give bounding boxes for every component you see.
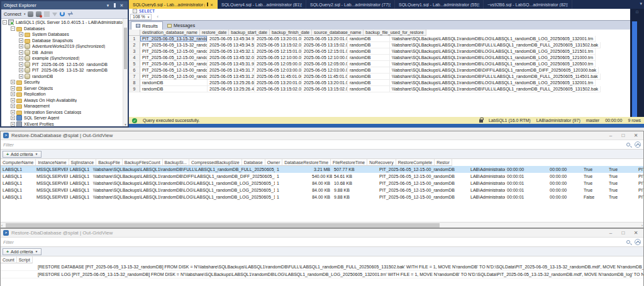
grid-cell[interactable]: PIT_2025-06-05_12-15-00_randomDB [140,67,208,74]
tree-item[interactable]: + Always On High Availability [1,97,128,104]
grid-cell[interactable]: randomDB [140,80,208,86]
expand-toggle-icon[interactable]: + [19,68,23,72]
column-header[interactable]: BackupFile [96,159,123,166]
grid-cell[interactable]: randomDB [348,74,390,80]
grid-cell[interactable]: 2025-06-05 13:45:32.117 [208,48,255,55]
grid-cell[interactable]: 2025-06-05 12:05:00.000 [255,61,302,67]
grid-cell[interactable]: randomDB [348,86,390,92]
add-criteria-button[interactable]: + Add criteria ▼ [3,151,42,158]
grid-cell[interactable]: randomDB [348,48,390,55]
grid-cell[interactable]: randomDB [348,80,390,86]
auto-refresh-icon[interactable] [67,11,73,17]
expand-toggle-icon[interactable]: + [19,38,23,43]
connect-caret-icon[interactable]: ▾ [24,12,26,16]
scrollbar-thumb[interactable] [6,223,440,228]
tree-vertical-scrollbar[interactable]: ▾ [123,19,128,126]
disconnect-icon[interactable] [36,11,42,17]
connect-button[interactable]: Connect [4,11,21,17]
grid-cell[interactable]: 2025-06-05 13:15:02.000 [302,42,348,48]
filter-icon[interactable] [52,13,57,16]
column-header[interactable]: restore_date [200,30,229,36]
tree-item[interactable]: + Management [1,103,128,109]
tree-item[interactable]: + AdventureWorks2019 (Synchronized) [1,43,128,50]
grid-cell[interactable]: \\labshare\SQLBackups\LABSQL1\randomDB\L… [390,36,596,42]
table-row[interactable]: 9 randomDB 2025-06-05 13:25:26.420 2025-… [129,86,630,92]
grid-cell[interactable]: PIT_2025-06-05_12-15-00_randomDB [140,48,208,55]
column-header[interactable]: Script [17,256,33,263]
grid-cell[interactable]: randomDB [348,67,390,74]
table-row[interactable]: 6 PIT_2025-06-05_12-15-00_randomDB 2025-… [129,67,630,74]
column-header[interactable]: backup_start_date [229,30,270,36]
horizontal-scrollbar[interactable]: ‹ › [1,222,643,228]
grid-cell[interactable]: \\labshare\SQLBackups\LABSQL1\randomDB\L… [390,61,596,67]
column-header[interactable]: destination_database_name [140,30,200,36]
tree-item[interactable]: + XEvent Profiles [1,121,128,127]
grid-cell[interactable]: \\labshare\SQLBackups\LABSQL1\randomDB\F… [390,86,601,92]
tree-item[interactable]: + example (Synchronized) [1,55,128,62]
table-row[interactable]: 3 PIT_2025-06-05_12-15-00_randomDB 2025-… [129,48,630,55]
document-tab[interactable]: ~vs92B6.sql - LabSQ...administrator (82)… [484,0,572,9]
column-header[interactable]: ComputerName [1,159,36,166]
table-row[interactable]: 2 PIT_2025-06-05_13-15-32_randomDB 2025-… [129,42,630,48]
grid-cell[interactable]: \\labshare\SQLBackups\LABSQL1\randomDB\F… [390,74,601,80]
expand-toggle-icon[interactable]: + [11,86,15,91]
expand-toggle-icon[interactable]: + [19,50,23,55]
window-titlebar[interactable]: > Restore-DbaDatabase @splat | Out-GridV… [1,229,643,238]
tree-item[interactable]: + System Databases [1,31,128,38]
grid-cell[interactable]: randomDB [348,36,390,42]
close-icon[interactable]: ✕ [631,230,641,236]
grid-cell[interactable]: randomDB [348,55,390,61]
table-row[interactable]: LABSQL1 MSSQLSERVER LABSQL1 \\labshare\S… [1,180,643,187]
grid-cell[interactable]: 2025-06-05 13:20:01.000 [302,80,348,86]
stop-icon[interactable] [44,11,50,17]
grid-cell[interactable]: randomDB [348,61,390,67]
table-row[interactable]: LABSQL1 MSSQLSERVER LABSQL1 \\labshare\S… [1,166,643,173]
grid-cell[interactable]: 2025-06-05 13:45:31.953 [208,61,255,67]
expand-toggle-icon[interactable]: + [11,98,15,102]
tree-item[interactable]: + DB_Admin [1,50,128,56]
column-header[interactable]: NoRecovery [367,159,396,166]
tab-pin-icon[interactable] [207,3,208,6]
grid-cell[interactable]: \\labshare\SQLBackups\LABSQL1\randomDB\D… [390,67,599,74]
grid-cell[interactable]: 2025-06-05 13:25:26.420 [208,86,255,92]
document-tab[interactable]: SQLQuery2.sql - Lab...administrator (77)… [306,0,395,9]
row-number-cell[interactable]: 5 [129,61,140,67]
expand-toggle-icon[interactable]: + [19,56,23,60]
grid-cell[interactable]: 2025-06-05 12:03:00.000 [255,67,302,74]
grid-cell[interactable]: 2025-06-05 13:15:02.000 [255,42,302,48]
tree-item[interactable]: + Replication [1,91,128,97]
table-row[interactable]: 7 PIT_2025-06-05_12-15-00_randomDB 2025-… [129,74,630,80]
grid-cell[interactable]: 2025-06-05 13:20:01.000 [255,80,302,86]
document-tab[interactable]: SQLQuery1.sql - Lab...administrator (55)… [395,0,484,9]
grid-cell[interactable]: \\labshare\SQLBackups\LABSQL1\randomDB\L… [390,55,596,61]
tab-messages[interactable]: Messages [163,21,199,30]
connect-object-explorer-icon[interactable] [28,11,33,17]
table-row[interactable]: 8 randomDB 2025-06-05 13:25:26.690 2025-… [129,80,630,86]
scrollbar-thumb[interactable] [632,21,637,117]
grid-cell[interactable]: 2025-06-05 13:45:32.043 [208,55,255,61]
sql-editor[interactable]: − SELECT [129,9,644,13]
tree-item[interactable]: + PIT_2025-06-05_13-15-32_randomDB [1,67,128,74]
expand-toggle-icon[interactable]: + [19,62,23,67]
column-header[interactable]: Database [242,159,265,166]
grid-cell[interactable]: 2025-06-05 12:10:00.000 [255,55,302,61]
tab-close-icon[interactable]: ✕ [210,3,213,7]
row-number-header[interactable] [129,30,140,36]
table-row[interactable]: 4 PIT_2025-06-05_12-15-00_randomDB 2025-… [129,55,630,61]
expand-toggle-icon[interactable]: − [11,26,15,31]
maximize-icon[interactable]: □ [618,230,628,236]
row-number-cell[interactable]: 4 [129,55,140,61]
close-icon[interactable]: ✕ [631,133,641,138]
close-icon[interactable]: ✕ [118,3,125,8]
tree-item[interactable]: − Databases [1,26,128,32]
expand-toggle-icon[interactable]: + [19,32,23,36]
grid-cell[interactable]: \\labshare\SQLBackups\LABSQL1\randomDB\L… [390,80,596,86]
grid-cell[interactable]: 2025-06-05 12:03:00.000 [302,67,348,74]
grid-cell[interactable]: PIT_2025-06-05_13-15-32_randomDB [140,42,208,48]
window-titlebar[interactable]: > Restore-DbaDatabase @splat | Out-GridV… [1,131,643,140]
grid-cell[interactable]: 2025-06-05 12:15:01.000 [302,48,348,55]
collapse-criteria-icon[interactable] [635,239,641,245]
tree-item[interactable]: − LabSQL1 (SQL Server 16.0.4015.1 - LAB\… [1,19,128,26]
editor-vertical-scrollbar[interactable]: □ [630,9,644,117]
grid-cell[interactable]: 2025-06-05 13:20:01.000 [255,36,302,42]
